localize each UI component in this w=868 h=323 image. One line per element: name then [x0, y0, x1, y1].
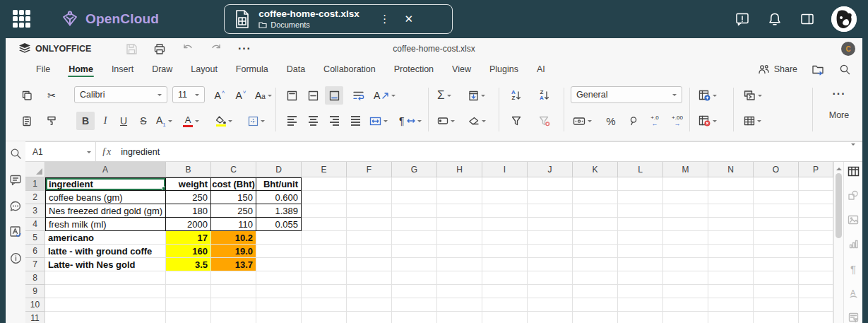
cell-J3[interactable] [528, 204, 573, 218]
cell-E8[interactable] [302, 271, 347, 285]
cell-M7[interactable] [663, 258, 708, 271]
text-direction-button[interactable]: ¶ [397, 112, 424, 130]
row-header-2[interactable]: 2 [25, 191, 45, 204]
cell-D2[interactable]: 0.600 [256, 191, 302, 204]
cell-D1[interactable]: Bht/unit [256, 177, 302, 191]
menu-item-collaboration[interactable]: Collaboration [314, 61, 385, 79]
insert-function-button[interactable]: ƒx [96, 146, 117, 158]
align-middle-button[interactable] [304, 86, 322, 105]
cell-M5[interactable] [663, 231, 708, 245]
clear-filter-button[interactable] [535, 112, 554, 130]
cell-G10[interactable] [392, 298, 437, 312]
cell-G11[interactable] [392, 312, 437, 323]
cell-B9[interactable] [166, 285, 211, 298]
cell-C9[interactable] [211, 285, 256, 298]
cell-L9[interactable] [618, 285, 663, 298]
column-header-G[interactable]: G [392, 162, 437, 177]
cell-E1[interactable] [302, 177, 347, 191]
select-all-corner[interactable] [25, 162, 45, 177]
cell-K10[interactable] [573, 298, 618, 312]
cell-B8[interactable] [166, 271, 211, 285]
print-icon[interactable] [150, 41, 169, 57]
textart-settings-icon[interactable]: A [847, 288, 860, 299]
cell-J4[interactable] [528, 218, 573, 231]
column-header-B[interactable]: B [166, 162, 211, 177]
clear-button[interactable] [466, 112, 488, 130]
cell-I4[interactable] [482, 218, 528, 231]
merge-cells-button[interactable] [367, 112, 390, 130]
cell-P8[interactable] [799, 271, 833, 285]
paste-button[interactable] [18, 112, 36, 130]
italic-button[interactable]: I [96, 112, 114, 130]
filter-button[interactable] [507, 112, 525, 130]
cell-K7[interactable] [573, 258, 618, 271]
cell-N4[interactable] [708, 218, 754, 231]
cell-J7[interactable] [528, 258, 573, 271]
cell-J10[interactable] [528, 298, 573, 312]
increase-font-button[interactable]: A˄ [210, 86, 229, 105]
row-header-7[interactable]: 7 [25, 258, 45, 271]
cell-N1[interactable] [708, 177, 754, 191]
cell-P9[interactable] [799, 285, 833, 298]
cell-A2[interactable]: coffee beans (gm) [45, 191, 166, 204]
cell-I8[interactable] [482, 271, 528, 285]
save-icon[interactable] [122, 41, 141, 57]
cell-O11[interactable] [754, 312, 799, 323]
menu-item-layout[interactable]: Layout [182, 61, 227, 79]
cell-C5[interactable]: 10.2 [211, 231, 256, 245]
menu-search-icon[interactable] [839, 64, 851, 76]
menu-item-ai[interactable]: AI [528, 61, 554, 79]
cell-E9[interactable] [302, 285, 347, 298]
ribbon-more-dots-icon[interactable]: ··· [824, 88, 855, 100]
cell-C11[interactable] [211, 312, 256, 323]
cell-M1[interactable] [663, 177, 708, 191]
menu-item-formula[interactable]: Formula [227, 61, 278, 79]
cell-J8[interactable] [528, 271, 573, 285]
cell-J6[interactable] [528, 245, 573, 258]
cell-O2[interactable] [754, 191, 799, 204]
cell-E3[interactable] [302, 204, 347, 218]
cell-H10[interactable] [437, 298, 482, 312]
cell-M8[interactable] [663, 271, 708, 285]
fill-down-button[interactable] [466, 86, 487, 105]
cell-L11[interactable] [618, 312, 663, 323]
cell-B6[interactable]: 160 [166, 245, 211, 258]
cell-N6[interactable] [708, 245, 754, 258]
font-size-select[interactable]: 11 [172, 86, 205, 103]
increase-decimal-button[interactable]: +.00→ [668, 112, 686, 130]
cell-H4[interactable] [437, 218, 482, 231]
cell-settings-icon[interactable] [847, 166, 860, 177]
accounting-style-button[interactable] [571, 112, 594, 130]
column-header-H[interactable]: H [437, 162, 482, 177]
row-header-4[interactable]: 4 [25, 218, 45, 231]
cell-M3[interactable] [663, 204, 708, 218]
kebab-menu-icon[interactable]: ⋮ [376, 11, 393, 28]
spellcheck-icon[interactable] [9, 225, 22, 238]
fill-color-button[interactable] [213, 112, 234, 130]
cell-A3[interactable]: Nes freezed dried gold (gm) [45, 204, 166, 218]
file-tab[interactable]: coffee-home-cost.xlsx Documents ⋮ ✕ [224, 4, 453, 34]
cell-D11[interactable] [256, 312, 302, 323]
cell-O3[interactable] [754, 204, 799, 218]
align-left-button[interactable] [283, 112, 301, 130]
cell-L4[interactable] [618, 218, 663, 231]
cell-E4[interactable] [302, 218, 347, 231]
cell-G2[interactable] [392, 191, 437, 204]
menu-item-insert[interactable]: Insert [102, 61, 143, 79]
cell-F8[interactable] [347, 271, 392, 285]
format-as-table-button[interactable] [742, 112, 763, 130]
cell-I2[interactable] [482, 191, 528, 204]
align-top-button[interactable] [283, 86, 301, 105]
chat-icon[interactable] [9, 199, 22, 212]
cell-P3[interactable] [799, 204, 833, 218]
cell-I10[interactable] [482, 298, 528, 312]
cell-L10[interactable] [618, 298, 663, 312]
menu-item-data[interactable]: Data [278, 61, 314, 79]
subscript-button[interactable]: A1 [154, 112, 174, 130]
column-header-J[interactable]: J [528, 162, 573, 177]
cell-K6[interactable] [573, 245, 618, 258]
cell-H1[interactable] [437, 177, 482, 191]
cell-J9[interactable] [528, 285, 573, 298]
cell-F10[interactable] [347, 298, 392, 312]
align-center-button[interactable] [304, 112, 322, 130]
